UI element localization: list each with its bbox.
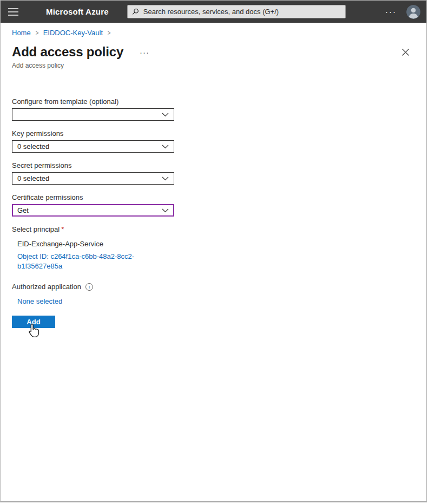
breadcrumb: Home > EIDDOC-Key-Vault > bbox=[12, 29, 415, 37]
search-icon bbox=[132, 8, 139, 15]
topbar: Microsoft Azure ··· bbox=[1, 1, 426, 23]
info-icon[interactable]: i bbox=[85, 283, 93, 291]
secret-permissions-label: Secret permissions bbox=[12, 161, 415, 169]
access-policy-form: Configure from template (optional) Key p… bbox=[12, 97, 415, 328]
key-permissions-dropdown[interactable]: 0 selected bbox=[12, 140, 174, 153]
chevron-down-icon bbox=[162, 113, 169, 117]
principal-object-id-link[interactable]: Object ID: c264f1ca-c6bb-48a2-8cc2-b1f35… bbox=[17, 252, 152, 271]
add-button-area: Add bbox=[12, 316, 77, 328]
close-blade-button[interactable] bbox=[399, 46, 412, 58]
template-dropdown[interactable] bbox=[12, 108, 174, 121]
chevron-down-icon bbox=[162, 145, 169, 149]
principal-name: EID-Exchange-App-Service bbox=[17, 240, 415, 248]
certificate-permissions-group: Certificate permissions Get bbox=[12, 193, 415, 217]
avatar[interactable] bbox=[406, 5, 420, 19]
certificate-permissions-dropdown[interactable]: Get bbox=[12, 204, 174, 217]
required-asterisk: * bbox=[61, 225, 64, 233]
breadcrumb-link-home[interactable]: Home bbox=[12, 29, 31, 37]
secret-permissions-group: Secret permissions 0 selected bbox=[12, 161, 415, 185]
template-field-group: Configure from template (optional) bbox=[12, 97, 415, 121]
authorized-application-selection-link[interactable]: None selected bbox=[17, 297, 62, 305]
azure-portal-window: Microsoft Azure ··· Home > EIDDOC-Key-Va… bbox=[0, 0, 427, 502]
page-title: Add access policy bbox=[12, 44, 123, 60]
hamburger-menu-button[interactable] bbox=[8, 4, 27, 20]
breadcrumb-link-keyvault[interactable]: EIDDOC-Key-Vault bbox=[43, 29, 103, 37]
blade-content: Home > EIDDOC-Key-Vault > Add access pol… bbox=[1, 29, 426, 328]
certificate-permissions-value: Get bbox=[17, 207, 162, 214]
template-label: Configure from template (optional) bbox=[12, 97, 415, 106]
key-permissions-value: 0 selected bbox=[17, 143, 162, 150]
chevron-down-icon bbox=[162, 176, 169, 181]
authorized-application-row: Authorized application i bbox=[12, 283, 415, 291]
topbar-more-button[interactable]: ··· bbox=[381, 5, 401, 18]
secret-permissions-dropdown[interactable]: 0 selected bbox=[12, 172, 174, 185]
breadcrumb-separator-icon: > bbox=[35, 29, 38, 37]
certificate-permissions-label: Certificate permissions bbox=[12, 193, 415, 201]
chevron-down-icon bbox=[162, 208, 169, 213]
add-button[interactable]: Add bbox=[12, 316, 55, 328]
authorized-application-label: Authorized application bbox=[12, 283, 81, 291]
key-permissions-group: Key permissions 0 selected bbox=[12, 129, 415, 153]
person-icon bbox=[406, 5, 420, 19]
select-principal-group: Select principal* EID-Exchange-App-Servi… bbox=[12, 225, 415, 271]
select-principal-label: Select principal* bbox=[12, 225, 415, 233]
blade-subtitle: Add access policy bbox=[12, 62, 415, 69]
blade-more-button[interactable]: ··· bbox=[137, 47, 152, 58]
key-permissions-label: Key permissions bbox=[12, 129, 415, 138]
search-input[interactable] bbox=[143, 8, 341, 16]
app-title: Microsoft Azure bbox=[46, 7, 109, 16]
hamburger-icon bbox=[8, 8, 18, 9]
breadcrumb-separator-icon: > bbox=[108, 29, 111, 37]
title-row: Add access policy ··· bbox=[12, 44, 415, 60]
close-icon bbox=[401, 48, 410, 56]
secret-permissions-value: 0 selected bbox=[17, 175, 162, 182]
global-search[interactable] bbox=[127, 5, 346, 18]
